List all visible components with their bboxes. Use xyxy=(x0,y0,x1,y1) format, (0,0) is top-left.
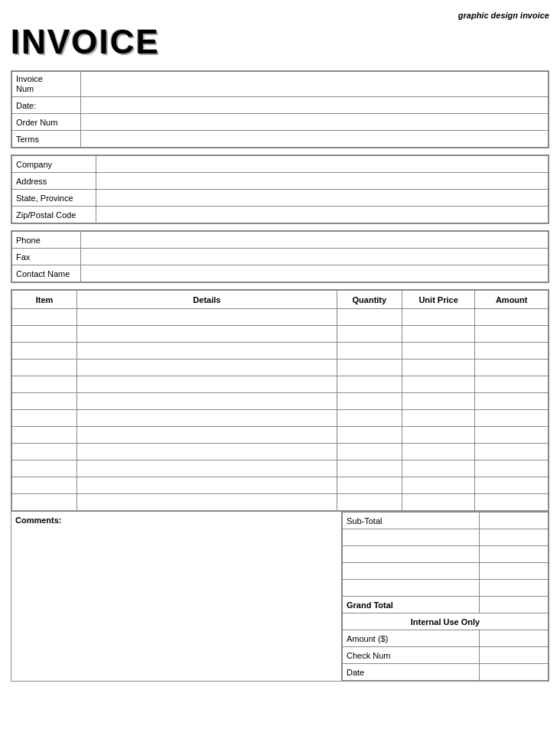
items-cell[interactable] xyxy=(12,444,77,460)
items-cell[interactable] xyxy=(402,460,475,477)
items-cell[interactable] xyxy=(402,494,475,511)
invoice-title: INVOICE xyxy=(11,23,549,61)
items-cell[interactable] xyxy=(337,360,402,376)
address-table: Company Address State, Province Zip/Post… xyxy=(11,155,549,223)
items-cell[interactable] xyxy=(77,460,337,477)
check-num-label: Check Num xyxy=(343,647,480,664)
terms-value[interactable] xyxy=(81,131,549,148)
items-cell[interactable] xyxy=(475,309,549,326)
items-row xyxy=(12,444,549,460)
items-cell[interactable] xyxy=(12,427,77,444)
items-cell[interactable] xyxy=(77,376,337,393)
items-cell[interactable] xyxy=(12,477,77,494)
items-cell[interactable] xyxy=(402,360,475,376)
items-cell[interactable] xyxy=(12,326,77,343)
state-province-label: State, Province xyxy=(12,190,96,207)
items-cell[interactable] xyxy=(402,427,475,444)
items-cell[interactable] xyxy=(337,343,402,360)
fax-value[interactable] xyxy=(81,249,549,265)
items-cell[interactable] xyxy=(77,360,337,376)
items-cell[interactable] xyxy=(12,494,77,511)
items-cell[interactable] xyxy=(12,410,77,427)
items-cell[interactable] xyxy=(337,410,402,427)
zip-postal-value[interactable] xyxy=(96,207,549,223)
items-cell[interactable] xyxy=(337,309,402,326)
contact-table: Phone Fax Contact Name xyxy=(11,231,549,282)
quantity-col-header: Quantity xyxy=(337,291,402,309)
items-cell[interactable] xyxy=(12,393,77,410)
order-num-value[interactable] xyxy=(81,114,549,131)
items-section: Item Details Quantity Unit Price Amount xyxy=(11,289,549,512)
extra-label-4 xyxy=(343,580,480,597)
items-cell[interactable] xyxy=(12,460,77,477)
items-cell[interactable] xyxy=(337,477,402,494)
invoice-page: graphic design invoice INVOICE InvoiceNu… xyxy=(0,0,560,742)
items-cell[interactable] xyxy=(475,477,549,494)
extra-value-2[interactable] xyxy=(480,546,549,563)
extra-row-3 xyxy=(343,563,549,580)
check-num-value[interactable] xyxy=(480,647,549,664)
items-cell[interactable] xyxy=(77,309,337,326)
items-cell[interactable] xyxy=(77,326,337,343)
items-cell[interactable] xyxy=(77,427,337,444)
items-cell[interactable] xyxy=(402,477,475,494)
grand-total-value[interactable] xyxy=(480,597,549,613)
items-cell[interactable] xyxy=(475,343,549,360)
totals-date-value[interactable] xyxy=(480,664,549,681)
items-row xyxy=(12,427,549,444)
items-cell[interactable] xyxy=(337,376,402,393)
company-value[interactable] xyxy=(96,156,549,173)
items-cell[interactable] xyxy=(475,393,549,410)
extra-value-1[interactable] xyxy=(480,529,549,546)
items-cell[interactable] xyxy=(337,494,402,511)
items-table: Item Details Quantity Unit Price Amount xyxy=(11,290,549,511)
extra-row-1 xyxy=(343,529,549,546)
items-cell[interactable] xyxy=(77,343,337,360)
extra-value-3[interactable] xyxy=(480,563,549,580)
items-row xyxy=(12,309,549,326)
items-cell[interactable] xyxy=(475,494,549,511)
items-cell[interactable] xyxy=(337,326,402,343)
items-cell[interactable] xyxy=(475,427,549,444)
items-cell[interactable] xyxy=(475,460,549,477)
items-cell[interactable] xyxy=(402,309,475,326)
address-label: Address xyxy=(12,173,96,190)
items-cell[interactable] xyxy=(12,309,77,326)
items-cell[interactable] xyxy=(12,360,77,376)
items-row xyxy=(12,326,549,343)
items-cell[interactable] xyxy=(77,393,337,410)
items-cell[interactable] xyxy=(402,326,475,343)
items-cell[interactable] xyxy=(337,393,402,410)
extra-label-3 xyxy=(343,563,480,580)
items-cell[interactable] xyxy=(402,393,475,410)
items-cell[interactable] xyxy=(12,343,77,360)
amount-value[interactable] xyxy=(480,630,549,647)
extra-value-4[interactable] xyxy=(480,580,549,597)
address-value[interactable] xyxy=(96,173,549,190)
items-cell[interactable] xyxy=(402,343,475,360)
items-cell[interactable] xyxy=(337,460,402,477)
contact-name-value[interactable] xyxy=(81,265,549,282)
state-province-value[interactable] xyxy=(96,190,549,207)
items-cell[interactable] xyxy=(475,444,549,460)
grand-total-row: Grand Total xyxy=(343,597,549,613)
date-value[interactable] xyxy=(81,97,549,114)
items-cell[interactable] xyxy=(475,376,549,393)
items-cell[interactable] xyxy=(402,410,475,427)
invoice-num-value[interactable] xyxy=(81,72,549,97)
items-cell[interactable] xyxy=(12,376,77,393)
phone-value[interactable] xyxy=(81,232,549,249)
items-cell[interactable] xyxy=(337,444,402,460)
items-cell[interactable] xyxy=(475,410,549,427)
items-cell[interactable] xyxy=(77,477,337,494)
items-cell[interactable] xyxy=(337,427,402,444)
items-cell[interactable] xyxy=(475,326,549,343)
totals-table: Sub-Total xyxy=(342,512,549,681)
items-cell[interactable] xyxy=(475,360,549,376)
items-cell[interactable] xyxy=(402,376,475,393)
items-cell[interactable] xyxy=(77,444,337,460)
items-cell[interactable] xyxy=(402,444,475,460)
items-cell[interactable] xyxy=(77,410,337,427)
sub-total-value[interactable] xyxy=(480,513,549,529)
items-cell[interactable] xyxy=(77,494,337,511)
